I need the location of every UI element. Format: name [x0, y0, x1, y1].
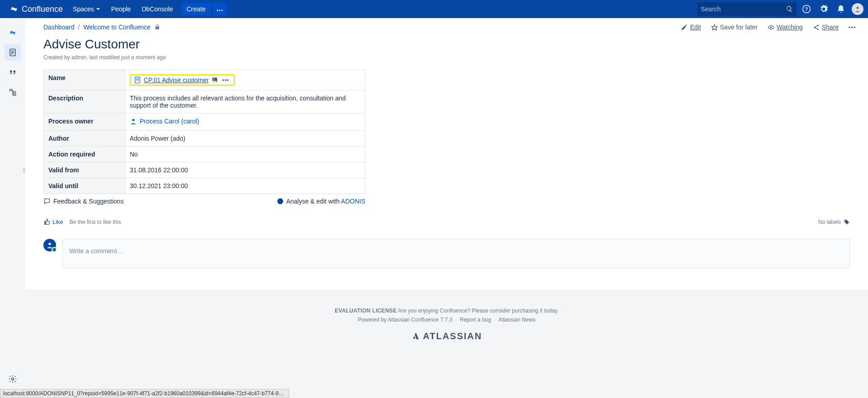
svg-point-19: [851, 26, 853, 28]
atlassian-logo[interactable]: ATLASSIAN: [411, 331, 482, 341]
adonis-link[interactable]: ADONIS: [341, 198, 365, 205]
breadcrumb-separator: /: [78, 24, 80, 31]
rail-blog[interactable]: [5, 64, 21, 81]
brand-text: Confluence: [22, 5, 63, 14]
rail-tree[interactable]: [5, 84, 21, 100]
comment-input[interactable]: Write a comment…: [62, 239, 850, 269]
name-link[interactable]: CP.01 Advise customer: [144, 76, 209, 84]
share-icon: [813, 24, 820, 31]
tag-icon[interactable]: [844, 219, 850, 225]
cell-action-value: No: [125, 147, 365, 162]
svg-point-28: [48, 243, 51, 245]
watching-button[interactable]: Watching: [768, 24, 803, 31]
ellipsis-icon: [849, 24, 855, 31]
like-row: Like Be the first to like this No labels: [43, 218, 859, 225]
browser-status-bar: localhost:8000/ADONISNP11_0?repoid=5995e…: [0, 389, 289, 398]
below-table-row: Feedback & Suggestions Analyse & edit wi…: [43, 198, 365, 205]
main-content: Dashboard / Welcome to Confluence Edit S…: [25, 18, 868, 289]
table-row: Process owner Process Carol (carol): [44, 114, 365, 131]
atlassian-icon: [411, 332, 420, 341]
image-icon[interactable]: [212, 77, 218, 83]
cell-author-value: Adonis Power (ado): [125, 131, 365, 147]
table-row: Valid from 31.08.2016 22:00:00: [44, 162, 365, 178]
feedback-link[interactable]: Feedback & Suggestions: [43, 198, 124, 205]
svg-point-13: [12, 378, 14, 380]
avatar-status-badge: [52, 247, 57, 252]
table-row: Name CP.01 Advise customer •••: [44, 70, 365, 90]
person-icon: [854, 5, 861, 13]
svg-text:?: ?: [805, 6, 808, 12]
nav-more-button[interactable]: [213, 3, 226, 15]
help-icon: ?: [802, 5, 811, 14]
cell-owner-label: Process owner: [44, 114, 125, 131]
create-button[interactable]: Create: [181, 3, 211, 15]
brand-logo[interactable]: Confluence: [5, 4, 67, 14]
eval-license-label: EVALUATION LICENSE: [335, 308, 397, 314]
nav-spaces[interactable]: Spaces: [67, 0, 106, 18]
svg-rect-11: [14, 91, 16, 93]
help-button[interactable]: ?: [799, 2, 814, 16]
restrictions-icon[interactable]: [154, 24, 160, 30]
search-input[interactable]: [701, 5, 786, 13]
hexagon-icon: [277, 198, 283, 204]
breadcrumb-dashboard[interactable]: Dashboard: [43, 24, 75, 31]
like-button[interactable]: Like: [52, 218, 63, 225]
page-title: Advise Customer: [43, 37, 859, 52]
page-actions: Edit Save for later Watching Share: [681, 24, 855, 31]
top-nav: Confluence Spaces People DbConsole Creat…: [0, 0, 868, 18]
edit-button[interactable]: Edit: [681, 24, 701, 31]
rail-confluence-icon[interactable]: [5, 24, 21, 41]
footer-news[interactable]: Atlassian News: [498, 317, 535, 323]
nav-dbconsole[interactable]: DbConsole: [136, 0, 178, 18]
cell-validfrom-label: Valid from: [44, 162, 125, 178]
nav-people[interactable]: People: [106, 0, 137, 18]
no-labels-text: No labels: [818, 219, 841, 225]
search-icon: [786, 5, 793, 13]
comment-avatar: [43, 239, 56, 251]
svg-point-26: [132, 119, 134, 121]
footer: EVALUATION LICENSE Are you enjoying Conf…: [25, 298, 868, 351]
page-more-button[interactable]: [849, 24, 855, 31]
rail-settings[interactable]: [5, 371, 21, 387]
chevron-down-icon: [96, 7, 100, 11]
table-row: Action required No: [44, 147, 365, 162]
pencil-icon: [681, 24, 688, 31]
eval-license-text: Are you enjoying Confluence? Please cons…: [396, 308, 558, 314]
left-sidebar: ||: [0, 18, 25, 398]
name-more-button[interactable]: •••: [221, 77, 231, 83]
name-highlight-box: CP.01 Advise customer •••: [130, 74, 235, 86]
svg-point-20: [854, 26, 855, 28]
svg-point-27: [845, 220, 846, 221]
notifications-button[interactable]: [834, 2, 848, 16]
page-icon: [8, 48, 17, 57]
owner-link[interactable]: Process Carol (carol): [140, 118, 199, 125]
cell-author-label: Author: [44, 131, 125, 147]
cell-name-label: Name: [44, 70, 125, 90]
comment-icon: [43, 198, 51, 205]
footer-confluence-link[interactable]: Atlassian Confluence: [388, 317, 439, 323]
nav-links: Spaces People DbConsole Create: [67, 0, 226, 18]
svg-point-2: [221, 10, 222, 11]
comment-row: Write a comment…: [43, 239, 859, 269]
gear-small-icon: [8, 374, 17, 384]
svg-point-0: [217, 10, 218, 11]
labels-section: No labels: [818, 219, 850, 225]
info-table: Name CP.01 Advise customer ••• Descripti…: [43, 70, 365, 194]
breadcrumb-welcome[interactable]: Welcome to Confluence: [83, 24, 150, 31]
footer-report-bug[interactable]: Report a bug: [460, 317, 491, 323]
cell-description-value: This process includes all relevant actio…: [125, 90, 365, 114]
svg-point-1: [219, 10, 220, 11]
confluence-small-icon: [8, 28, 17, 37]
save-later-button[interactable]: Save for later: [711, 24, 758, 31]
settings-button[interactable]: [816, 2, 831, 16]
cell-name-value: CP.01 Advise customer •••: [125, 70, 365, 90]
rail-pages[interactable]: [5, 44, 21, 61]
eye-icon: [768, 24, 774, 31]
user-avatar-button[interactable]: [852, 3, 863, 15]
share-button[interactable]: Share: [813, 24, 839, 31]
cell-validfrom-value: 31.08.2016 22:00:00: [125, 162, 365, 178]
like-status: Be the first to like this: [70, 219, 121, 225]
document-icon: [134, 76, 141, 84]
search-box[interactable]: [697, 2, 797, 16]
svg-point-18: [849, 26, 850, 28]
